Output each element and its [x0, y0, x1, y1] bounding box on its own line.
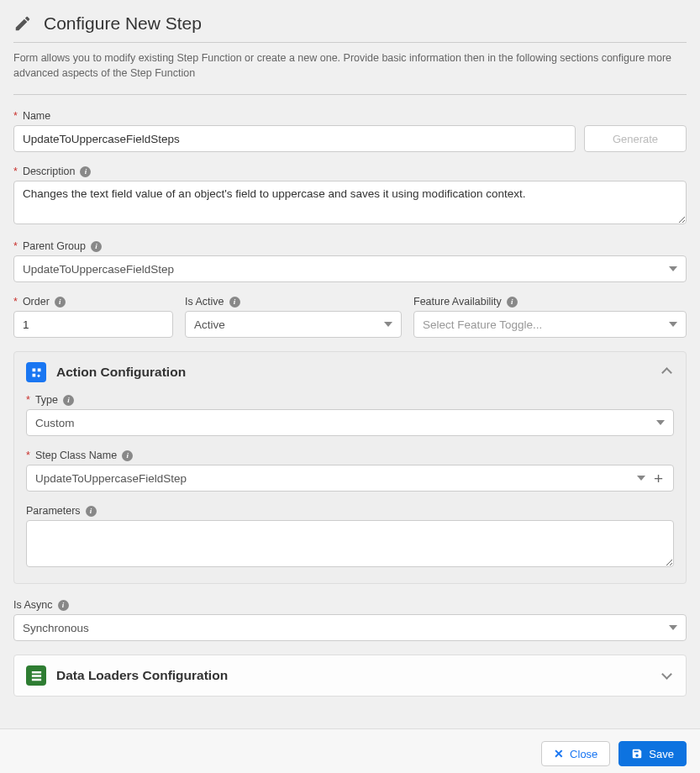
chevron-up-icon — [661, 367, 672, 378]
data-loaders-icon — [26, 665, 46, 686]
info-icon[interactable]: i — [86, 506, 97, 517]
is-active-select[interactable]: Active — [185, 311, 402, 338]
type-select[interactable]: Custom — [26, 409, 674, 436]
save-icon — [631, 748, 643, 760]
chevron-down-icon — [656, 420, 665, 425]
parameters-label: Parameters i — [26, 505, 674, 517]
type-label: *Type i — [26, 394, 674, 406]
parent-group-select[interactable]: UpdateToUppercaseFieldStep — [13, 255, 687, 282]
page-intro: Form allows you to modify existing Step … — [13, 48, 687, 95]
info-icon[interactable]: i — [507, 297, 518, 308]
is-async-label: Is Async i — [13, 599, 687, 611]
data-loaders-configuration-panel: Data Loaders Configuration — [13, 655, 687, 697]
info-icon[interactable]: i — [80, 166, 91, 177]
generate-button[interactable]: Generate — [584, 125, 687, 152]
action-config-icon — [26, 362, 46, 382]
step-class-name-select[interactable]: UpdateToUppercaseFieldStep + — [26, 465, 674, 492]
order-label: *Order i — [13, 296, 173, 308]
chevron-down-icon — [384, 322, 392, 327]
order-input[interactable] — [13, 311, 173, 338]
chevron-down-icon — [669, 322, 677, 327]
info-icon[interactable]: i — [58, 600, 69, 611]
chevron-down-icon — [661, 669, 672, 680]
page-header: Configure New Step — [13, 13, 687, 43]
action-configuration-toggle[interactable]: Action Configuration — [14, 352, 686, 392]
description-input[interactable]: Changes the text field value of an objec… — [13, 181, 687, 224]
parameters-input[interactable] — [26, 520, 674, 567]
add-step-class-button[interactable]: + — [652, 471, 665, 486]
is-async-select[interactable]: Synchronous — [13, 614, 687, 641]
info-icon[interactable]: i — [229, 297, 240, 308]
action-configuration-panel: Action Configuration *Type i Custom — [13, 351, 687, 584]
page-title: Configure New Step — [44, 13, 202, 34]
close-icon: ✕ — [554, 747, 564, 760]
pencil-icon — [13, 14, 32, 33]
is-active-label: Is Active i — [185, 296, 402, 308]
description-label: *Description i — [13, 166, 687, 177]
data-loaders-configuration-toggle[interactable]: Data Loaders Configuration — [14, 655, 686, 696]
parent-group-label: *Parent Group i — [13, 240, 687, 252]
footer-bar: ✕ Close Save — [0, 729, 700, 773]
info-icon[interactable]: i — [63, 395, 74, 406]
feature-availability-select[interactable]: Select Feature Toggle... — [413, 311, 687, 338]
action-configuration-title: Action Configuration — [56, 365, 653, 380]
info-icon[interactable]: i — [91, 241, 102, 252]
data-loaders-configuration-title: Data Loaders Configuration — [56, 668, 653, 683]
save-button[interactable]: Save — [618, 741, 687, 766]
chevron-down-icon — [669, 625, 677, 630]
step-class-name-label: *Step Class Name i — [26, 450, 674, 461]
name-label: *Name — [13, 110, 687, 122]
name-input[interactable] — [13, 125, 576, 152]
form-body: *Name Generate *Description i Changes th… — [13, 110, 687, 723]
info-icon[interactable]: i — [122, 450, 133, 461]
feature-availability-label: Feature Availability i — [413, 296, 687, 308]
chevron-down-icon — [669, 266, 677, 271]
close-button[interactable]: ✕ Close — [541, 741, 610, 766]
chevron-down-icon — [637, 476, 645, 481]
info-icon[interactable]: i — [55, 297, 66, 308]
